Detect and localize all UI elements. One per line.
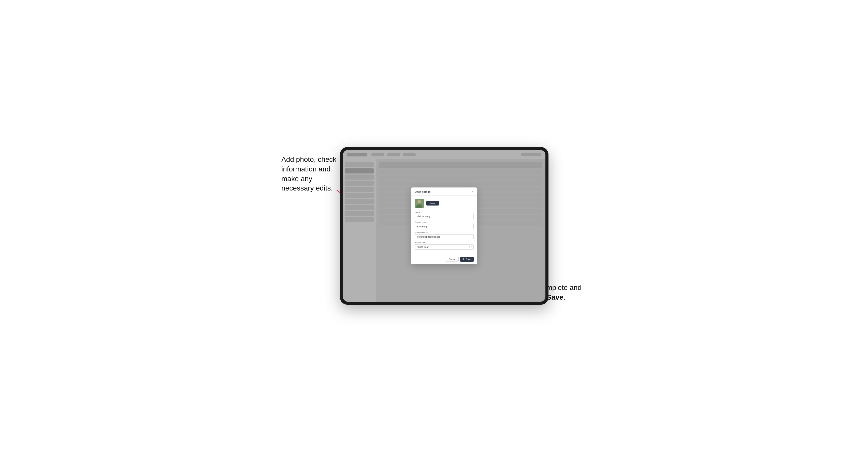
modal-footer: Cancel ⬆ Save: [411, 255, 477, 264]
save-button[interactable]: ⬆ Save: [460, 257, 474, 262]
photo-section: Upload: [415, 199, 474, 208]
name-label: Name: [415, 211, 474, 213]
close-button[interactable]: ×: [472, 190, 474, 193]
cancel-button[interactable]: Cancel: [446, 257, 459, 262]
modal-body: Upload Name Display name: [411, 196, 477, 255]
modal-overlay: User details ×: [343, 150, 546, 302]
email-label: Email address: [415, 231, 474, 234]
display-name-input[interactable]: [415, 224, 474, 229]
name-field-group: Name: [415, 211, 474, 219]
user-photo-thumbnail: [415, 199, 424, 208]
annotation-left: Add photo, check information and make an…: [281, 155, 337, 193]
tablet-device: User details ×: [340, 147, 549, 305]
modal-header: User details ×: [411, 187, 477, 196]
school-year-field-group: School Year First Year Second Year Third…: [415, 241, 474, 250]
save-label: Save: [466, 258, 471, 260]
tablet-screen: User details ×: [343, 150, 546, 302]
display-name-label: Display name: [415, 221, 474, 223]
school-year-label: School Year: [415, 241, 474, 244]
school-year-select-wrapper: First Year Second Year Third Year Fourth…: [415, 244, 474, 250]
school-year-select[interactable]: First Year Second Year Third Year Fourth…: [415, 244, 474, 250]
user-photo-svg: [415, 199, 424, 208]
scene: Add photo, check information and make an…: [281, 134, 587, 333]
modal-title: User details: [415, 190, 430, 193]
email-input[interactable]: [415, 234, 474, 239]
display-name-field-group: Display name: [415, 221, 474, 229]
name-input[interactable]: [415, 214, 474, 219]
svg-point-2: [417, 200, 421, 204]
email-field-group: Email address: [415, 231, 474, 239]
upload-photo-button[interactable]: Upload: [426, 201, 439, 206]
save-icon: ⬆: [463, 258, 465, 260]
user-details-modal: User details ×: [411, 187, 477, 264]
